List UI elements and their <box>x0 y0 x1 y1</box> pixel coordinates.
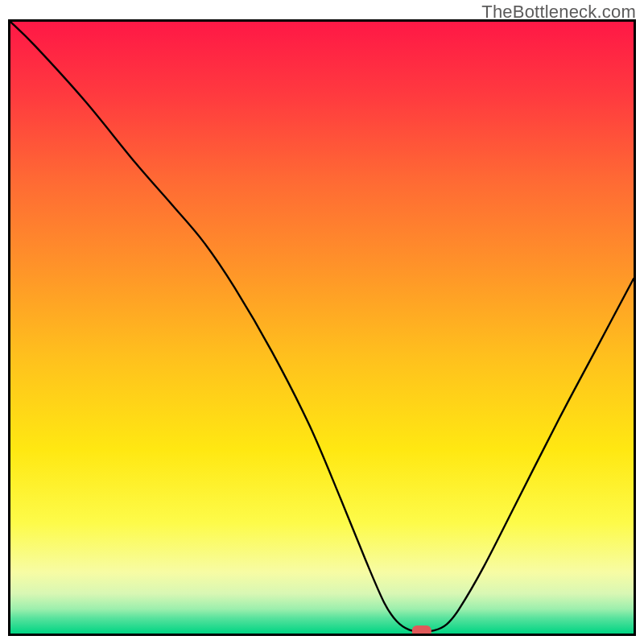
optimal-point-marker <box>412 625 431 634</box>
chart-frame <box>8 19 636 636</box>
bottleneck-chart <box>10 22 634 634</box>
chart-background <box>10 22 634 634</box>
